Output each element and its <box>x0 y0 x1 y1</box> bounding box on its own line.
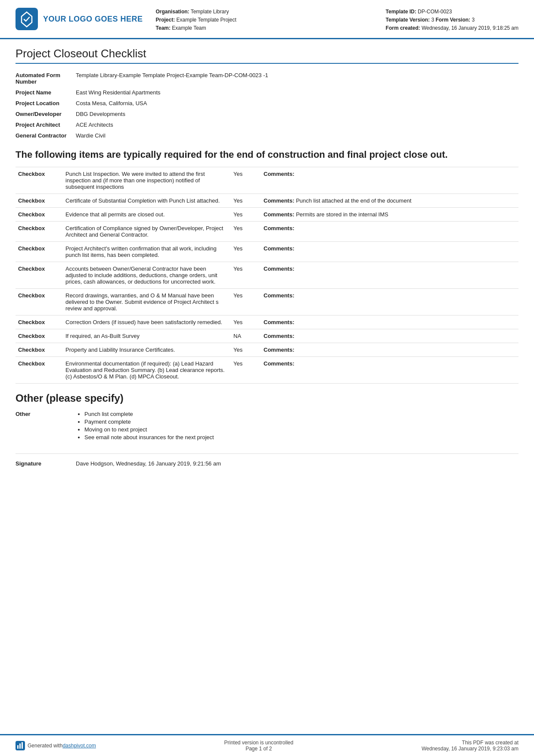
info-value: Template Library-Example Template Projec… <box>76 70 518 87</box>
svg-rect-3 <box>19 744 21 749</box>
uncontrolled-text: Printed version is uncontrolled <box>224 740 293 746</box>
checklist-value: Yes <box>231 208 261 222</box>
team-label: Team: <box>156 25 171 31</box>
info-row: Owner/DeveloperDBG Developments <box>16 109 518 119</box>
footer-right: This PDF was created at Wednesday, 16 Ja… <box>422 740 518 752</box>
form-created-label: Form created: <box>386 25 420 31</box>
checklist-comments: Comments: <box>261 222 518 242</box>
checklist-value: Yes <box>231 167 261 194</box>
other-list: Punch list completePayment completeMovin… <box>84 411 515 440</box>
checklist-row: Checkbox Evidence that all permits are c… <box>16 208 518 222</box>
signature-row: Signature Dave Hodgson, Wednesday, 16 Ja… <box>16 453 518 469</box>
checklist-comments: Comments: <box>261 262 518 289</box>
other-table: Other Punch list completePayment complet… <box>16 409 518 444</box>
checklist-label: Checkbox <box>16 329 63 343</box>
checklist-comments: Comments: <box>261 357 518 384</box>
checklist-label: Checkbox <box>16 289 63 316</box>
project-value: Example Template Project <box>177 17 236 23</box>
info-row: General ContractorWardie Civil <box>16 130 518 141</box>
team-value: Example Team <box>172 25 206 31</box>
other-label: Other <box>16 409 76 444</box>
info-label: Project Location <box>16 98 76 109</box>
info-value: Costa Mesa, California, USA <box>76 98 518 109</box>
checklist-description: Project Architect's written confirmation… <box>63 242 231 262</box>
dashpivot-footer-icon <box>16 741 25 750</box>
checklist-row: Checkbox Property and Liability Insuranc… <box>16 343 518 357</box>
checklist-row: Checkbox Certification of Compliance sig… <box>16 222 518 242</box>
pdf-created-value: Wednesday, 16 January 2019, 9:23:03 am <box>422 746 518 752</box>
checklist-comments: Comments: <box>261 242 518 262</box>
info-label: Project Architect <box>16 119 76 130</box>
info-label: General Contractor <box>16 130 76 141</box>
checklist-label: Checkbox <box>16 316 63 329</box>
other-list-item: Moving on to next project <box>84 426 515 433</box>
project-row: Project: Example Template Project <box>156 16 386 24</box>
template-id-label: Template ID: <box>386 9 416 15</box>
checklist-label: Checkbox <box>16 242 63 262</box>
other-list-item: See email note about insurances for the … <box>84 434 515 440</box>
checklist-row: Checkbox Punch List Inspection. We were … <box>16 167 518 194</box>
header-meta: Organisation: Template Library Project: … <box>143 8 386 33</box>
info-label: Automated Form Number <box>16 70 76 87</box>
checklist-row: Checkbox Environmental documentation (if… <box>16 357 518 384</box>
checklist-value: Yes <box>231 262 261 289</box>
signature-tr: Signature Dave Hodgson, Wednesday, 16 Ja… <box>16 458 518 469</box>
checklist-description: Evidence that all permits are closed out… <box>63 208 231 222</box>
dashpivot-link[interactable]: dashpivot.com <box>62 743 96 749</box>
other-list-item: Payment complete <box>84 419 515 425</box>
info-value: ACE Architects <box>76 119 518 130</box>
info-row: Project ArchitectACE Architects <box>16 119 518 130</box>
info-label: Owner/Developer <box>16 109 76 119</box>
checklist-description: Property and Liability Insurance Certifi… <box>63 343 231 357</box>
other-list-cell: Punch list completePayment completeMovin… <box>76 409 518 444</box>
org-value: Template Library <box>191 9 229 15</box>
other-list-item: Punch list complete <box>84 411 515 417</box>
checklist-row: Checkbox Record drawings, warranties, an… <box>16 289 518 316</box>
checklist-label: Checkbox <box>16 222 63 242</box>
org-row: Organisation: Template Library <box>156 8 386 16</box>
checklist-label: Checkbox <box>16 343 63 357</box>
page-label: Page 1 <box>245 746 262 752</box>
checklist-value: Yes <box>231 357 261 384</box>
logo-area: YOUR LOGO GOES HERE <box>16 8 143 30</box>
logo-icon <box>16 8 38 30</box>
checklist-row: Checkbox If required, an As-Built Survey… <box>16 329 518 343</box>
checklist-description: Certificate of Substantial Completion wi… <box>63 194 231 208</box>
checklist-value: Yes <box>231 289 261 316</box>
checklist-value: NA <box>231 329 261 343</box>
signature-value: Dave Hodgson, Wednesday, 16 January 2019… <box>76 458 518 469</box>
section-heading: The following items are typically requir… <box>16 149 518 161</box>
checklist-row: Checkbox Correction Orders (if issued) h… <box>16 316 518 329</box>
doc-title: Project Closeout Checklist <box>16 47 518 64</box>
info-table: Automated Form NumberTemplate Library-Ex… <box>16 70 518 141</box>
checklist-comments: Comments: <box>261 329 518 343</box>
other-row: Other Punch list completePayment complet… <box>16 409 518 444</box>
footer: Generated with dashpivot.com Printed ver… <box>0 734 534 756</box>
svg-rect-4 <box>22 742 23 749</box>
checklist-value: Yes <box>231 222 261 242</box>
other-section-heading: Other (please specify) <box>16 392 518 404</box>
checklist-value: Yes <box>231 316 261 329</box>
template-id-value: DP-COM-0023 <box>418 9 452 15</box>
logo-text: YOUR LOGO GOES HERE <box>43 15 143 24</box>
checklist-description: Record drawings, warranties, and O & M M… <box>63 289 231 316</box>
svg-rect-2 <box>17 745 19 749</box>
checklist-description: Environmental documentation (if required… <box>63 357 231 384</box>
checklist-value: Yes <box>231 343 261 357</box>
checklist-description: Accounts between Owner/General Contracto… <box>63 262 231 289</box>
template-version-row: Template Version: 3 Form Version: 3 <box>386 16 518 24</box>
footer-left: Generated with dashpivot.com <box>16 741 96 750</box>
of-label: of 2 <box>264 746 272 752</box>
org-label: Organisation: <box>156 9 189 15</box>
checklist-table: Checkbox Punch List Inspection. We were … <box>16 167 518 384</box>
form-created-row: Form created: Wednesday, 16 January 2019… <box>386 24 518 32</box>
pdf-created-label: This PDF was created at <box>422 740 518 746</box>
checklist-comments: Comments: <box>261 167 518 194</box>
checklist-comments: Comments: <box>261 316 518 329</box>
checklist-label: Checkbox <box>16 167 63 194</box>
checklist-description: Punch List Inspection. We were invited t… <box>63 167 231 194</box>
checklist-comments: Comments: Permits are stored in the inte… <box>261 208 518 222</box>
checklist-value: Yes <box>231 194 261 208</box>
info-row: Project LocationCosta Mesa, California, … <box>16 98 518 109</box>
header: YOUR LOGO GOES HERE Organisation: Templa… <box>0 0 534 39</box>
